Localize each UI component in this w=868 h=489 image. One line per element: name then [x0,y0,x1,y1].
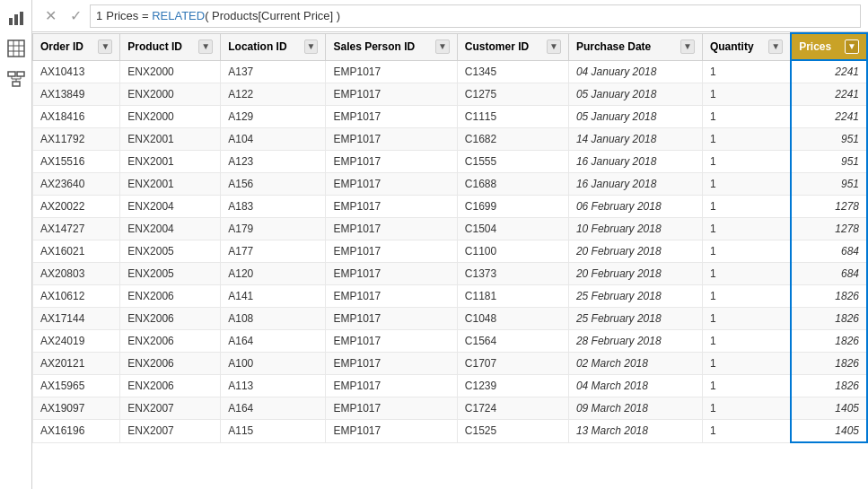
cell-sales-person-id: EMP1017 [326,83,457,106]
formula-keyword: RELATED [152,9,205,22]
cell-sales-person-id: EMP1017 [326,106,457,128]
cell-location-id: A123 [221,151,326,173]
cell-quantity: 1 [702,397,791,420]
cell-customer-id: C1048 [457,308,568,330]
table-row: AX20121ENX2006A100EMP1017C170702 March 2… [33,353,868,375]
filter-order-id[interactable]: ▼ [98,39,112,54]
filter-customer-id[interactable]: ▼ [547,39,561,54]
cell-quantity: 1 [702,353,791,375]
cell-purchase-date: 05 January 2018 [568,83,702,106]
cell-location-id: A104 [221,128,326,151]
table-row: AX15516ENX2001A123EMP1017C155516 January… [33,151,868,173]
data-table: Order ID ▼ Product ID ▼ [32,32,868,443]
cell-quantity: 1 [702,106,791,128]
col-header-prices[interactable]: Prices ▼ [791,33,867,60]
cell-purchase-date: 16 January 2018 [568,151,702,173]
cell-customer-id: C1345 [457,60,568,83]
cell-customer-id: C1688 [457,173,568,196]
cell-customer-id: C1100 [457,240,568,263]
cell-customer-id: C1724 [457,397,568,420]
cell-prices: 2241 [791,83,867,106]
cell-customer-id: C1564 [457,330,568,353]
filter-product-id[interactable]: ▼ [198,39,213,54]
col-header-customer-id[interactable]: Customer ID ▼ [457,33,568,60]
filter-quantity[interactable]: ▼ [768,39,783,54]
col-header-purchase-date[interactable]: Purchase Date ▼ [568,33,702,60]
cancel-button[interactable]: ✕ [39,5,61,27]
cell-quantity: 1 [702,375,791,397]
cell-prices: 1826 [791,353,867,375]
hierarchy-icon[interactable] [4,66,29,92]
cell-order-id: AX10413 [33,60,120,83]
table-container[interactable]: Order ID ▼ Product ID ▼ [32,32,868,489]
svg-rect-8 [8,72,15,76]
filter-prices[interactable]: ▼ [845,39,859,54]
cell-order-id: AX17144 [33,308,120,330]
col-header-quantity[interactable]: Quantity ▼ [702,33,791,60]
cell-customer-id: C1239 [457,375,568,397]
cell-customer-id: C1555 [457,151,568,173]
filter-location-id[interactable]: ▼ [304,39,319,54]
cell-purchase-date: 13 March 2018 [568,420,702,443]
cell-customer-id: C1275 [457,83,568,106]
col-header-prices-label: Prices [799,40,831,53]
cell-order-id: AX16021 [33,240,120,263]
table-row: AX16021ENX2005A177EMP1017C110020 Februar… [33,240,868,263]
formula-row-number: 1 [96,9,102,22]
chart-icon[interactable] [4,5,29,31]
cell-quantity: 1 [702,420,791,443]
cell-location-id: A115 [221,420,326,443]
cell-quantity: 1 [702,196,791,218]
table-icon[interactable] [4,36,29,61]
cell-sales-person-id: EMP1017 [326,240,457,263]
cell-purchase-date: 05 January 2018 [568,106,702,128]
cell-product-id: ENX2004 [120,196,221,218]
col-header-order-id[interactable]: Order ID ▼ [33,33,120,60]
cell-quantity: 1 [702,308,791,330]
cell-sales-person-id: EMP1017 [326,420,457,443]
cell-order-id: AX20121 [33,353,120,375]
cell-sales-person-id: EMP1017 [326,375,457,397]
cell-purchase-date: 10 February 2018 [568,218,702,240]
cell-product-id: ENX2006 [120,330,221,353]
cell-sales-person-id: EMP1017 [326,285,457,308]
filter-purchase-date[interactable]: ▼ [680,39,695,54]
confirm-button[interactable]: ✓ [65,5,86,27]
cell-customer-id: C1682 [457,128,568,151]
filter-sales-person-id[interactable]: ▼ [435,39,450,54]
cell-location-id: A100 [221,353,326,375]
cell-purchase-date: 28 February 2018 [568,330,702,353]
cell-sales-person-id: EMP1017 [326,397,457,420]
table-row: AX13849ENX2000A122EMP1017C127505 January… [33,83,868,106]
svg-rect-1 [14,14,18,25]
cell-product-id: ENX2006 [120,353,221,375]
table-row: AX14727ENX2004A179EMP1017C150410 Februar… [33,218,868,240]
svg-rect-3 [8,40,24,57]
cell-sales-person-id: EMP1017 [326,353,457,375]
cell-product-id: ENX2006 [120,285,221,308]
formula-input[interactable]: 1 Prices = RELATED( Products[Current Pri… [90,4,861,28]
cell-order-id: AX10612 [33,285,120,308]
table-row: AX17144ENX2006A108EMP1017C104825 Februar… [33,308,868,330]
cell-customer-id: C1707 [457,353,568,375]
col-header-location-id[interactable]: Location ID ▼ [221,33,326,60]
table-row: AX16196ENX2007A115EMP1017C152513 March 2… [33,420,868,443]
cell-purchase-date: 02 March 2018 [568,353,702,375]
cell-purchase-date: 25 February 2018 [568,308,702,330]
cell-quantity: 1 [702,330,791,353]
cell-sales-person-id: EMP1017 [326,263,457,285]
cell-prices: 684 [791,263,867,285]
col-header-sales-person-id[interactable]: Sales Person ID ▼ [326,33,457,60]
cell-location-id: A183 [221,196,326,218]
col-header-sales-person-id-label: Sales Person ID [333,40,415,53]
cell-purchase-date: 25 February 2018 [568,285,702,308]
cell-customer-id: C1504 [457,218,568,240]
sidebar [0,0,32,489]
cell-location-id: A122 [221,83,326,106]
cell-prices: 684 [791,240,867,263]
cell-prices: 951 [791,128,867,151]
cell-customer-id: C1373 [457,263,568,285]
cell-prices: 1826 [791,308,867,330]
cell-order-id: AX20803 [33,263,120,285]
col-header-product-id[interactable]: Product ID ▼ [120,33,221,60]
